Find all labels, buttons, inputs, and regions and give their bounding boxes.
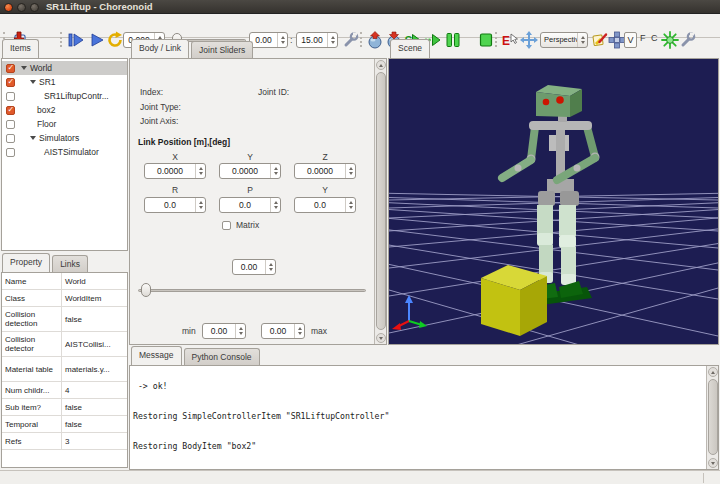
tree-item-simulators[interactable]: Simulators: [2, 131, 127, 145]
item-checkbox[interactable]: [6, 148, 15, 157]
stop-simulation-icon[interactable]: [477, 31, 495, 49]
f-toggle-button[interactable]: F: [640, 33, 646, 43]
edit-mode-icon[interactable]: E: [501, 31, 519, 49]
scroll-thumb[interactable]: [708, 379, 718, 455]
item-tree-view[interactable]: World SR1 SR1LiftupContr... box2 Floor: [1, 58, 128, 251]
item-checkbox[interactable]: [6, 78, 15, 87]
toolbar-grip[interactable]: [495, 32, 497, 47]
tab-body-link[interactable]: Body / Link: [131, 39, 189, 58]
position-y-spinbox[interactable]: 0.0000: [219, 163, 281, 179]
scene-config-wrench-icon[interactable]: [679, 31, 697, 49]
property-value[interactable]: AISTCollisi...: [62, 332, 127, 356]
item-checkbox[interactable]: [6, 64, 15, 73]
position-x-spinbox[interactable]: 0.0000: [144, 163, 206, 179]
spinner-buttons[interactable]: [345, 198, 355, 212]
scroll-down-button[interactable]: [376, 333, 386, 343]
property-name: Temporal: [2, 416, 62, 432]
property-value[interactable]: materials.y...: [62, 357, 127, 381]
toolbar-grip[interactable]: [60, 32, 62, 47]
tree-item-sr1[interactable]: SR1: [2, 75, 127, 89]
message-scrollbar[interactable]: [706, 366, 718, 469]
message-log[interactable]: -> ok! Restoring SimpleControllerItem "S…: [130, 366, 706, 469]
title-bar[interactable]: SR1Liftup - Choreonoid: [0, 0, 720, 14]
property-value[interactable]: false: [62, 416, 127, 432]
tree-item-label: box2: [37, 105, 55, 115]
scroll-thumb[interactable]: [376, 72, 386, 330]
expander-icon[interactable]: [30, 80, 36, 84]
time-range-start-spinbox[interactable]: 0.00: [249, 32, 288, 48]
spinner-buttons[interactable]: [270, 164, 280, 178]
spinner-buttons[interactable]: [265, 260, 275, 274]
refresh-time-icon[interactable]: [106, 31, 124, 49]
rotation-r-spinbox[interactable]: 0.0: [144, 197, 206, 213]
c-toggle-button[interactable]: C: [651, 33, 658, 43]
joint-angle-slider[interactable]: [138, 283, 366, 297]
status-bar-separator: [703, 473, 704, 483]
tab-items[interactable]: Items: [2, 39, 39, 58]
close-button[interactable]: [4, 3, 13, 12]
seek-start-icon[interactable]: [67, 31, 86, 49]
spinner-buttons[interactable]: [195, 198, 205, 212]
property-value[interactable]: false: [62, 399, 127, 415]
spinner-buttons[interactable]: [277, 33, 287, 47]
tab-links[interactable]: Links: [52, 255, 88, 272]
tab-scene[interactable]: Scene: [390, 39, 430, 58]
lighting-icon[interactable]: [661, 31, 679, 49]
scroll-down-button[interactable]: [708, 458, 718, 468]
rotation-yaw-spinbox[interactable]: 0.0: [294, 197, 356, 213]
tab-property[interactable]: Property: [2, 253, 50, 272]
tab-python-console[interactable]: Python Console: [184, 348, 260, 365]
property-value[interactable]: 3: [62, 433, 127, 449]
rotation-p-spinbox[interactable]: 0.0: [219, 197, 281, 213]
item-checkbox[interactable]: [6, 106, 15, 115]
expander-icon[interactable]: [21, 66, 27, 70]
timebar-config-wrench-icon[interactable]: [342, 31, 360, 49]
tree-item-world[interactable]: World: [2, 61, 127, 75]
tree-item-label: SR1LiftupContr...: [44, 91, 109, 101]
tree-item-floor[interactable]: Floor: [2, 117, 127, 131]
tab-joint-sliders[interactable]: Joint Sliders: [191, 41, 253, 58]
matrix-checkbox[interactable]: [222, 221, 231, 230]
property-value[interactable]: 4: [62, 382, 127, 398]
pause-simulation-icon[interactable]: [444, 31, 462, 49]
tree-item-aistsimulator[interactable]: AISTSimulator: [2, 145, 127, 159]
translation-mode-icon[interactable]: [520, 31, 538, 49]
min-spinbox[interactable]: 0.00: [202, 323, 246, 339]
tree-item-sr1liftupcontroller[interactable]: SR1LiftupContr...: [2, 89, 127, 103]
camera-mode-dropdown[interactable]: Perspective: [540, 32, 588, 48]
spinner-buttons[interactable]: [270, 198, 280, 212]
item-checkbox[interactable]: [6, 134, 15, 143]
property-value[interactable]: false: [62, 307, 127, 331]
joint-angle-spinbox[interactable]: 0.00: [232, 259, 276, 275]
property-value[interactable]: WorldItem: [62, 290, 127, 306]
maximize-button[interactable]: [30, 3, 39, 12]
minimize-button[interactable]: [17, 3, 26, 12]
position-z-spinbox[interactable]: 0.0000: [294, 163, 356, 179]
time-range-end-spinbox[interactable]: 15.00: [296, 32, 338, 48]
rotation-p-value: 0.0: [220, 198, 270, 212]
item-checkbox[interactable]: [6, 120, 15, 129]
item-checkbox[interactable]: [6, 92, 15, 101]
scroll-up-button[interactable]: [376, 60, 386, 70]
scene-capture-icon[interactable]: [591, 31, 609, 49]
edit-mode-glyph: E: [502, 34, 510, 48]
spinner-buttons[interactable]: [195, 164, 205, 178]
max-spinbox[interactable]: 0.00: [261, 323, 305, 339]
store-world-state-icon[interactable]: [366, 31, 384, 49]
expander-icon[interactable]: [30, 136, 36, 140]
property-value[interactable]: World: [62, 273, 127, 289]
message-view[interactable]: -> ok! Restoring SimpleControllerItem "S…: [129, 365, 719, 470]
scroll-up-button[interactable]: [708, 367, 718, 377]
play-icon[interactable]: [89, 31, 105, 49]
spinner-buttons[interactable]: [294, 324, 304, 338]
property-row: Temporal false: [2, 416, 127, 433]
vertex-toggle-button[interactable]: V: [624, 32, 637, 48]
scene-viewport[interactable]: [388, 58, 719, 345]
spinner-buttons[interactable]: [235, 324, 245, 338]
tree-item-box2[interactable]: box2: [2, 103, 127, 117]
bodylink-scrollbar[interactable]: [374, 59, 386, 344]
toolbar-grip[interactable]: [360, 32, 362, 47]
spinner-buttons[interactable]: [327, 33, 337, 47]
tab-message[interactable]: Message: [131, 346, 182, 365]
spinner-buttons[interactable]: [345, 164, 355, 178]
